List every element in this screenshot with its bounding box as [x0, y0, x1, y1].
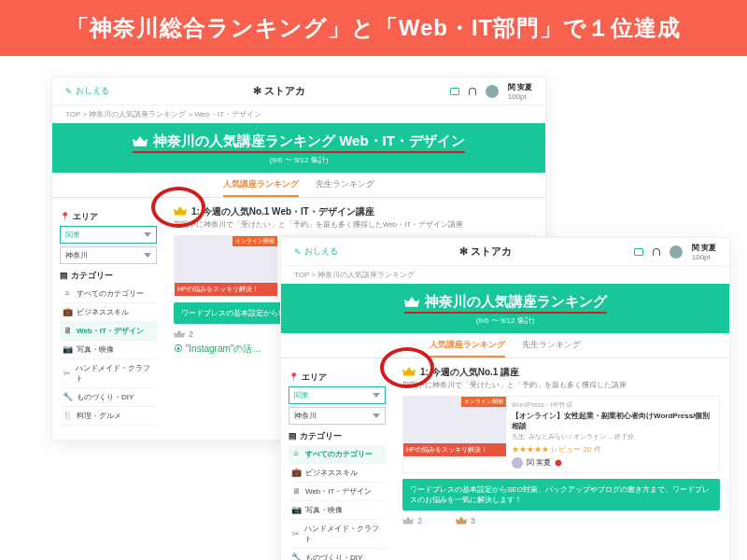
highlight-circle [380, 347, 434, 388]
sidebar: 📍 エリア 関東 神奈川 ▤ カテゴリー ≡すべてのカテゴリー 💼ビジネススキル… [281, 358, 393, 561]
course-category: WordPress・HP作成 [512, 400, 713, 410]
course-title[interactable]: 【オンライン】女性起業・副業初心者向けWordPress/個別相談 [512, 411, 713, 431]
headline-banner: 「神奈川総合ランキング」と「Web・IT部門」で１位達成 [0, 0, 747, 56]
site-logo[interactable]: ✻ ストアカ [459, 245, 512, 259]
ranking-dates: (9/6 〜 9/12 集計) [58, 155, 540, 165]
stage: ✎ おしえる ✻ ストアカ 関 実夏100pt TOP > 神奈川の人気講座ラン… [0, 56, 747, 560]
rank1-sub: 期間中に神奈川で「受けたい」と「予約」を最も多く獲得したWeb・IT・デザイン講… [174, 220, 536, 230]
mail-icon[interactable] [450, 88, 459, 95]
pref-select[interactable]: 神奈川 [60, 246, 157, 264]
cat-photo[interactable]: 📷写真・映像 [60, 341, 157, 359]
crown-icon [404, 297, 419, 308]
breadcrumb[interactable]: TOP > 神奈川の人気講座ランキング > Web・IT・デザイン [52, 105, 545, 123]
ranking-title: 神奈川の人気講座ランキング Web・IT・デザイン [153, 133, 465, 150]
crown-icon [133, 136, 148, 147]
course-card[interactable]: オンライン開催 WORDPRESS ♥ 49 HPの悩みをスッキリ解決！ Wor… [402, 396, 720, 473]
rank1-title: 1: 今週の人気No.1 講座 [402, 366, 720, 379]
cat-hand[interactable]: ✂ハンドメイド・クラフト [289, 520, 386, 549]
red-underline [133, 151, 465, 153]
rank1-sub: 期間中に神奈川で「受けたい」と「予約」を最も多く獲得した講座 [402, 381, 720, 390]
teacher-avatar [512, 457, 523, 469]
cat-biz[interactable]: 💼ビジネススキル [60, 303, 157, 322]
region-select[interactable]: 関東 [289, 386, 386, 404]
cat-diy[interactable]: 🔧ものづくり・DIY [289, 549, 386, 561]
category-heading: ▤ カテゴリー [60, 270, 157, 282]
online-badge: オンライン開催 [461, 397, 506, 407]
cat-cook[interactable]: 🍴料理・グルメ [60, 407, 157, 426]
avatar[interactable] [669, 245, 683, 259]
rank3-label: 3 [456, 516, 475, 525]
thumb-strip: HPの悩みをスッキリ解決！ [175, 283, 277, 296]
rank2-label: 2 [402, 516, 422, 525]
cat-web[interactable]: 🖥Web・IT・デザイン [60, 322, 157, 341]
highlight-circle [151, 187, 205, 228]
ranking-title: 神奈川の人気講座ランキング [425, 293, 607, 311]
course-desc-bar: ワードプレスの基本設定からSEO対策、バックアップやブログの書き方まで。ワードプ… [402, 479, 720, 511]
cat-hand[interactable]: ✂ハンドメイド・クラフト [60, 359, 157, 388]
main: 1: 今週の人気No.1 講座 期間中に神奈川で「受けたい」と「予約」を最も多く… [393, 358, 729, 561]
rank1-title: 1: 今週の人気No.1 Web・IT・デザイン講座 [174, 205, 536, 218]
bell-icon[interactable] [653, 248, 660, 256]
ranking-dates: (9/6 〜 9/12 集計) [287, 315, 724, 326]
teach-link[interactable]: ✎ おしえる [65, 85, 109, 97]
region-select[interactable]: 関東 [60, 226, 157, 244]
pref-select[interactable]: 神奈川 [289, 407, 386, 425]
cat-photo[interactable]: 📷写真・映像 [289, 501, 386, 520]
mail-icon[interactable] [634, 248, 643, 256]
user-points: 関 実夏100pt [692, 243, 716, 261]
tab-courses[interactable]: 人気講座ランキング [430, 339, 505, 357]
online-badge: オンライン開催 [233, 236, 277, 246]
area-heading: 📍 エリア [60, 211, 157, 223]
badge-icon: ⬢ [555, 458, 562, 468]
avatar[interactable] [486, 85, 499, 98]
tabs: 人気講座ランキング 先生ランキング [52, 173, 545, 198]
ranking-header: 神奈川の人気講座ランキング (9/6 〜 9/12 集計) [281, 284, 729, 333]
category-list: ≡すべてのカテゴリー 💼ビジネススキル 🖥Web・IT・デザイン 📷写真・映像 … [289, 445, 386, 561]
user-points: 関 実夏100pt [508, 82, 532, 101]
cat-biz[interactable]: 💼ビジネススキル [289, 464, 386, 483]
site-logo[interactable]: ✻ ストアカ [253, 84, 305, 98]
teacher-name: 関 実夏 [527, 457, 551, 468]
course-thumb: オンライン開催 WORDPRESS ♥ 49 HPの悩みをスッキリ解決！ [175, 236, 277, 296]
chevron-down-icon [373, 413, 380, 418]
cat-all[interactable]: ≡すべてのカテゴリー [289, 445, 386, 464]
course-by: 先生: みなとみらい / オンライン ... 終了分 [512, 432, 713, 441]
cat-web[interactable]: 🖥Web・IT・デザイン [289, 483, 386, 501]
tabs: 人気講座ランキング 先生ランキング [281, 333, 729, 358]
sidebar: 📍 エリア 関東 神奈川 ▤ カテゴリー ≡すべてのカテゴリー 💼ビジネススキル… [52, 198, 164, 433]
cat-diy[interactable]: 🔧ものづくり・DIY [60, 388, 157, 407]
breadcrumb[interactable]: TOP > 神奈川の人気講座ランキング [281, 266, 729, 284]
teach-link[interactable]: ✎ おしえる [294, 245, 338, 258]
rank2-label: 2 [174, 329, 193, 339]
red-underline [404, 312, 607, 314]
course-thumb: オンライン開催 WORDPRESS ♥ 49 HPの悩みをスッキリ解決！ [403, 397, 506, 456]
category-heading: ▤ カテゴリー [289, 430, 386, 442]
screenshot-overall: ✎ おしえる ✻ ストアカ 関 実夏100pt TOP > 神奈川の人気講座ラン… [280, 237, 730, 560]
chevron-down-icon [144, 232, 151, 237]
course-rating: ★★★★★ レビュー 20 件 [512, 444, 713, 455]
topbar: ✎ おしえる ✻ ストアカ 関 実夏100pt [281, 238, 729, 266]
tab-courses[interactable]: 人気講座ランキング [223, 178, 299, 197]
topbar: ✎ おしえる ✻ ストアカ 関 実夏100pt [52, 77, 545, 105]
ranking-header: 神奈川の人気講座ランキング Web・IT・デザイン (9/6 〜 9/12 集計… [52, 123, 545, 173]
crown-icon [402, 516, 414, 525]
chevron-down-icon [373, 393, 380, 398]
teacher-row[interactable]: 関 実夏 ⬢ [512, 457, 713, 469]
crown-icon [174, 329, 185, 339]
area-heading: 📍 エリア [289, 371, 386, 384]
tab-teachers[interactable]: 先生ランキング [522, 339, 581, 357]
thumb-strip: HPの悩みをスッキリ解決！ [403, 443, 506, 456]
category-list: ≡すべてのカテゴリー 💼ビジネススキル 🖥Web・IT・デザイン 📷写真・映像 … [60, 285, 157, 426]
chevron-down-icon [144, 253, 151, 258]
crown-icon [456, 516, 467, 525]
bell-icon[interactable] [469, 88, 476, 95]
tab-teachers[interactable]: 先生ランキング [316, 178, 374, 197]
cat-all[interactable]: ≡すべてのカテゴリー [60, 285, 157, 303]
